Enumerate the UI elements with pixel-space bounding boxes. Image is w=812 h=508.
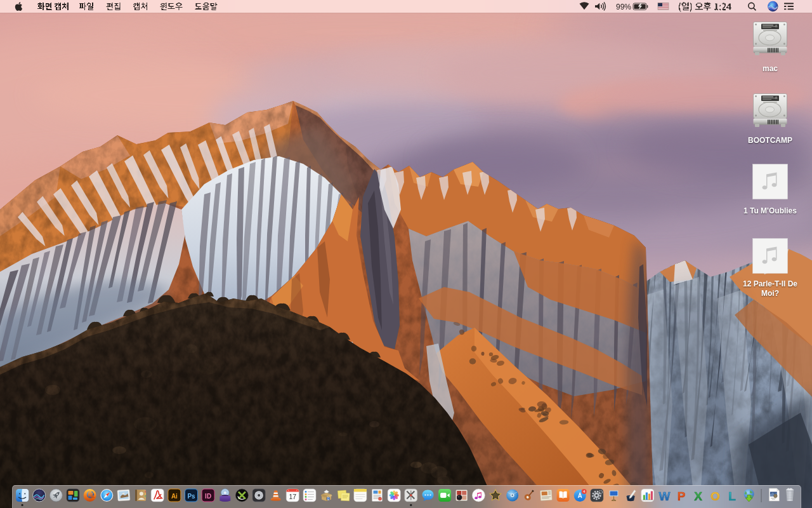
svg-text:O: O: [710, 490, 720, 503]
svg-text:17: 17: [289, 493, 296, 500]
svg-text:X: X: [694, 490, 702, 503]
svg-text:4: 4: [583, 489, 586, 493]
svg-text:Q: Q: [327, 497, 330, 500]
svg-text:Ai: Ai: [171, 493, 178, 500]
svg-text:99%: 99%: [616, 3, 631, 11]
svg-text:W: W: [658, 490, 670, 503]
svg-text:Ps: Ps: [187, 493, 195, 500]
svg-text:P: P: [678, 490, 686, 503]
svg-text:L: L: [728, 490, 736, 503]
svg-text:ID: ID: [205, 493, 211, 500]
